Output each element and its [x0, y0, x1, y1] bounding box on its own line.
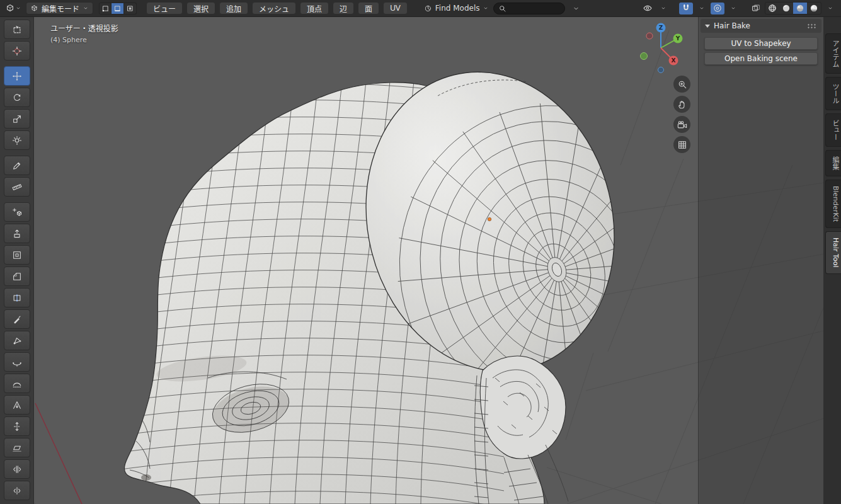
navigation-gizmo[interactable]: ZYX [635, 19, 690, 77]
model-search-input[interactable] [509, 3, 559, 13]
tool-add-cube[interactable] [4, 202, 30, 222]
face-select-mode[interactable] [124, 3, 137, 14]
menu-add[interactable]: 追加 [219, 2, 248, 14]
chevron-down-icon [699, 5, 705, 11]
tool-knife[interactable] [4, 309, 30, 329]
tool-bevel[interactable] [4, 266, 30, 286]
menu-uv[interactable]: UV [383, 2, 408, 14]
sidebar-tab-item[interactable]: アイテム [825, 33, 841, 74]
sidebar-tab-tool[interactable]: ツール [825, 77, 841, 110]
tool-scale[interactable] [4, 109, 30, 129]
tool-poly-build[interactable] [4, 331, 30, 350]
tool-shrink-fatten[interactable] [4, 416, 30, 436]
zoom-button[interactable] [673, 76, 690, 93]
transform-icon [12, 135, 22, 146]
tool-inset-faces[interactable] [4, 245, 30, 265]
proportional-icon [712, 3, 723, 13]
magnifier-icon [498, 4, 506, 13]
tool-move[interactable] [4, 66, 30, 86]
bk-logo-icon [424, 4, 432, 13]
tool-tweak-select[interactable] [4, 20, 30, 39]
svg-text:Z: Z [659, 25, 663, 31]
menu-edge[interactable]: 辺 [333, 2, 354, 14]
orthographic-toggle-button[interactable] [673, 136, 690, 153]
view-name-text: ユーザー・透視投影 [50, 23, 118, 33]
editor-3d-icon [5, 3, 15, 13]
vertex-select-icon [101, 4, 110, 13]
scale-icon [12, 114, 22, 124]
tool-rip-edge[interactable] [4, 481, 30, 500]
menu-vertex[interactable]: 頂点 [300, 2, 329, 14]
xray-icon [751, 3, 761, 13]
poly-build-icon [12, 336, 22, 346]
menu-bar: ビュー選択追加メッシュ頂点辺面UV [146, 2, 408, 14]
move-icon [12, 71, 22, 81]
shear-icon [12, 443, 22, 453]
tool-extrude-region[interactable] [4, 224, 30, 243]
chevron-down-icon [483, 5, 489, 11]
shading-options-dropdown[interactable] [823, 3, 837, 14]
header-left: 編集モード ビュー選択追加メッシュ頂点辺面UV [4, 2, 408, 14]
open-baking-scene-button[interactable]: Open Baking scene [704, 52, 818, 65]
zoom-in-icon [677, 79, 687, 89]
xray-toggle[interactable] [749, 3, 763, 14]
tool-edge-slide[interactable] [4, 395, 30, 415]
snap-toggle-dropdown[interactable] [695, 3, 709, 14]
viewport-controls [673, 76, 690, 153]
chevron-down-icon [572, 4, 580, 13]
menu-view[interactable]: ビュー [146, 2, 183, 14]
menu-face[interactable]: 面 [358, 2, 379, 14]
sidebar-tab-blenderkit[interactable]: BlenderKit [825, 180, 841, 228]
snap-toggle[interactable] [679, 3, 693, 14]
toolbar [0, 17, 34, 504]
add-cube-icon [12, 207, 22, 217]
cursor-3d-icon [12, 46, 22, 56]
sidebar-panel: Hair Bake UV to Shapekey Open Baking sce… [698, 17, 823, 504]
proportional-editing-toggle[interactable] [711, 3, 724, 14]
shading-wireframe[interactable] [765, 3, 779, 14]
editor-type-button[interactable] [4, 2, 23, 14]
ear-mesh [480, 356, 566, 459]
shading-solid[interactable] [779, 3, 793, 14]
visibility-dropdown[interactable] [641, 3, 655, 14]
shrink-fatten-icon [12, 421, 22, 432]
panel-grip-icon[interactable] [807, 23, 817, 29]
viewport-header: 編集モード ビュー選択追加メッシュ頂点辺面UV Find Models [0, 0, 841, 17]
sphere-solid-icon [781, 3, 791, 13]
tool-cursor-3d[interactable] [4, 41, 30, 60]
tool-rip-region[interactable] [4, 459, 30, 479]
menu-select[interactable]: 選択 [186, 2, 215, 14]
active-object-text: (4) Sphere [50, 36, 118, 44]
camera-view-button[interactable] [673, 116, 690, 133]
vertex-select-mode[interactable] [99, 3, 112, 14]
tool-shear[interactable] [4, 438, 30, 457]
tool-measure[interactable] [4, 177, 30, 197]
shading-rendered[interactable] [807, 3, 821, 14]
sidebar-tab-hair-tool[interactable]: Hair Tool [825, 231, 841, 273]
panel-expand-icon[interactable] [705, 25, 710, 28]
tool-loop-cut[interactable] [4, 288, 30, 307]
tool-transform[interactable] [4, 130, 30, 150]
pan-button[interactable] [673, 96, 690, 113]
tool-rotate[interactable] [4, 88, 30, 107]
sidebar-tab-edit[interactable]: 編集 [825, 150, 841, 176]
measure-icon [12, 182, 22, 192]
tool-smooth[interactable] [4, 374, 30, 393]
model-search-box[interactable] [493, 3, 565, 14]
shading-material[interactable] [793, 3, 807, 14]
search-options-button[interactable] [569, 2, 582, 14]
edge-select-mode[interactable] [112, 3, 124, 14]
panel-header-hair-bake[interactable]: Hair Bake [701, 19, 821, 33]
sidebar-tab-view[interactable]: ビュー [825, 113, 841, 147]
find-models-label: Find Models [435, 4, 480, 13]
tool-spin[interactable] [4, 352, 30, 372]
loop-cut-icon [12, 293, 22, 303]
menu-mesh[interactable]: メッシュ [252, 2, 296, 14]
proportional-editing-toggle-dropdown[interactable] [726, 3, 740, 14]
mode-select[interactable]: 編集モード [26, 2, 93, 14]
tool-annotate[interactable] [4, 156, 30, 175]
find-models-dropdown[interactable]: Find Models [424, 4, 489, 13]
mode-cube-icon [30, 4, 38, 13]
uv-to-shapekey-button[interactable]: UV to Shapekey [704, 37, 818, 50]
visibility-dropdown-dropdown[interactable] [656, 3, 670, 14]
